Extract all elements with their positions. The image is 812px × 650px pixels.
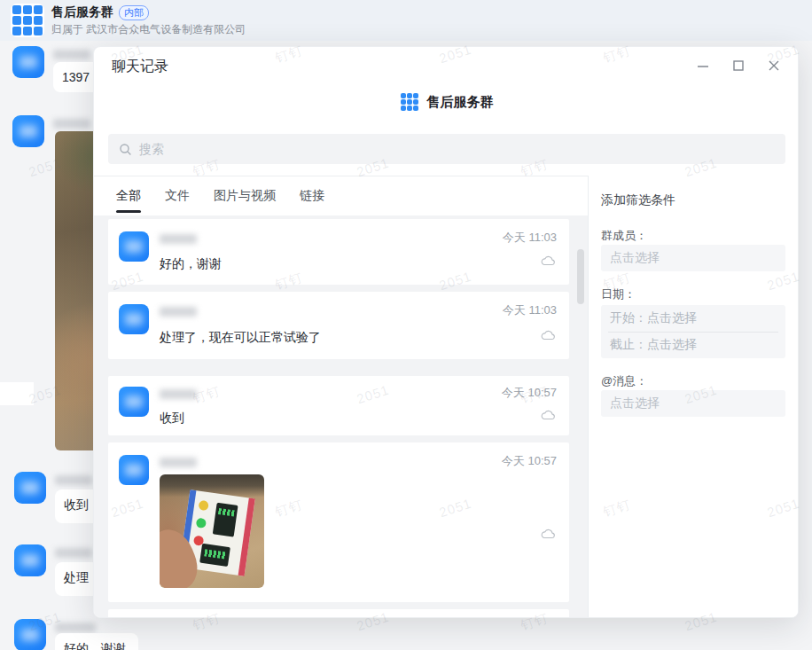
cloud-icon [541,409,555,420]
group-title: 售后服务群 [51,4,113,20]
redaction-box [0,382,34,405]
redacted-name [53,119,90,129]
message-time: 今天 10:57 [502,385,557,401]
tab-files[interactable]: 文件 [165,176,190,215]
message-card: 收到 今天 10:57 [108,376,569,435]
message-image[interactable] [160,474,264,588]
redacted-name [55,623,96,632]
member-filter-label: 群成员： [601,228,647,244]
date-filter-group: 开始： 点击选择 截止： 点击选择 [601,305,785,358]
message-text: 好的，谢谢 [160,256,222,272]
avatar [14,544,46,576]
maximize-button[interactable] [732,59,745,72]
chat-bubble: 好的，谢谢 [55,633,138,650]
message-card: 今天 10:57 [108,442,569,602]
company-name: 武汉市合众电气设备制造有限公司 [86,23,246,35]
redacted-name [53,50,90,59]
avatar[interactable] [119,231,149,262]
dialog-group-name: 售后服务群 [427,94,494,111]
filter-title: 添加筛选条件 [601,192,675,208]
search-icon [119,143,132,156]
avatar [12,115,44,147]
group-ownership: 归属于 武汉市合众电气设备制造有限公司 [51,22,246,37]
at-filter-select[interactable]: 点击选择 [601,390,785,417]
internal-badge: 内部 [119,5,149,20]
message-time: 今天 11:03 [503,302,557,318]
cloud-icon [541,255,555,266]
message-text: 处理了，现在可以正常试验了 [160,330,321,346]
message-text: 收到 [160,411,184,427]
avatar [14,472,46,504]
message-time: 今天 11:03 [503,230,557,246]
main-window-header: 售后服务群 内部 归属于 武汉市合众电气设备制造有限公司 [0,0,812,41]
minimize-button[interactable] [697,59,709,72]
redacted-name [160,307,197,317]
group-avatar-small [399,91,420,113]
redacted-name [160,389,197,399]
tab-links[interactable]: 链接 [300,176,324,215]
tab-all[interactable]: 全部 [116,176,141,215]
group-avatar [11,4,44,37]
scrollbar-thumb[interactable] [577,249,584,304]
message-card: 好的，谢谢 今天 11:03 [108,219,569,285]
filter-panel: 添加筛选条件 群成员： 点击选择 日期： 开始： 点击选择 截止： 点击选择 @… [589,176,799,618]
tab-media[interactable]: 图片与视频 [214,176,276,215]
cloud-icon [541,329,555,341]
message-card: 处理了，现在可以正常试验了 今天 11:03 [108,292,569,359]
close-button[interactable] [768,59,780,72]
date-end-select[interactable]: 截止： 点击选择 [601,332,785,358]
search-input[interactable] [139,142,671,156]
avatar [14,619,46,650]
message-time: 今天 10:57 [502,453,557,469]
avatar[interactable] [119,304,149,334]
dialog-title: 聊天记录 [112,58,168,76]
avatar[interactable] [119,455,149,485]
search-bar[interactable] [108,134,785,164]
result-tabs: 全部 文件 图片与视频 链接 [116,176,324,215]
avatar [12,46,44,78]
message-card-partial [108,609,569,618]
member-filter-select[interactable]: 点击选择 [601,245,785,271]
redacted-name [160,458,197,467]
date-filter-label: 日期： [601,286,636,302]
cloud-icon [541,528,555,539]
redacted-name [55,548,92,558]
at-filter-label: @消息： [601,373,647,389]
divider [608,332,778,333]
redacted-name [55,475,92,485]
chat-history-dialog: 聊天记录 售后服务群 全部 文件 图片与视频 链接 [93,46,799,618]
date-start-select[interactable]: 开始： 点击选择 [601,305,785,332]
redacted-name [160,234,197,244]
message-list[interactable]: 好的，谢谢 今天 11:03 处理了，现在可以正常试验了 今天 11:03 收到… [94,215,588,618]
avatar[interactable] [119,387,149,417]
